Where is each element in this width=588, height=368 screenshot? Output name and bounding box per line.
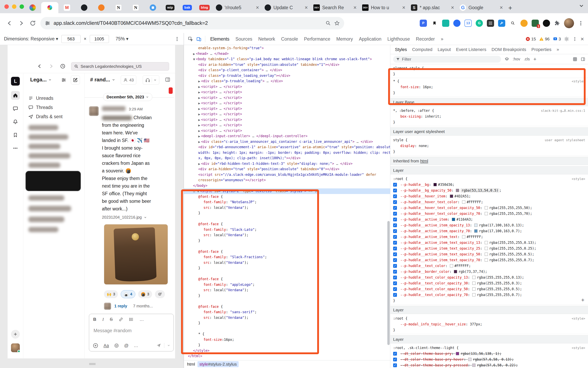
color-swatch[interactable] [472,276,475,279]
elements-tree-line[interactable]: ▶ <script> … </script> [184,106,390,112]
extension-round-blue-icon[interactable] [453,20,461,27]
elements-tree-line[interactable]: ▶ <script> … </script> [184,128,390,134]
sidebar-item-unreads[interactable]: Unreads [26,94,82,102]
elements-tree-line[interactable]: … ▼ <style id="stylus-2" type="text/css"… [184,188,390,194]
url-text[interactable]: app.slack.com/client/T0440BT06MC/C044WM5… [53,20,322,26]
wrench-extension-icon[interactable] [498,20,505,27]
styles-tab-computed[interactable]: Computed [410,47,435,52]
stylesheet-source-link[interactable]: <style> [572,78,585,84]
channel-name-button[interactable]: # rand... [90,77,115,83]
property-checkbox[interactable]: ✓ [393,281,397,285]
forward-button[interactable] [16,18,26,28]
elements-tree-line[interactable]: @font-face { [184,304,390,310]
elements-tree-line[interactable]: <div class="p-client_container"> … </div… [184,67,390,73]
style-property[interactable]: ✓--p-huddle__text_color_opacity_50: rgba… [390,286,588,292]
italic-button[interactable]: I [102,317,104,322]
pinned-tab-notion-2[interactable]: N [127,2,144,13]
devtools-tab-performance[interactable]: Performance [301,33,333,45]
color-swatch[interactable] [472,282,475,285]
date-divider-pill[interactable]: December 5th, 2023 [103,93,152,101]
attachment-image[interactable] [104,224,168,285]
elements-tree-line[interactable]: src: local("Verdana"); [184,287,390,293]
property-checkbox[interactable]: ✓ [393,223,397,227]
elements-tree-line[interactable]: </body> [184,183,390,189]
tab-route5[interactable]: 'r/route5 × [213,2,262,13]
stylesheet-source-link[interactable]: <style> [572,316,585,322]
device-toolbar-menu-icon[interactable] [175,37,180,42]
extension-teal-icon[interactable] [442,20,449,27]
zoom-dropdown[interactable]: 75% ▾ [116,36,128,42]
inspect-element-icon[interactable] [186,35,195,43]
workspace-name-button[interactable]: Lega... [30,77,52,83]
pinned-tab-chat[interactable] [144,2,161,13]
stylesheet-source-link[interactable]: slack-kit-g…8.min.css:1 [541,108,585,114]
close-tab-icon[interactable]: × [256,5,259,10]
address-bar[interactable]: app.slack.com/client/T0440BT06MC/C044WM5… [40,17,344,29]
elements-tree-line[interactable]: font-family: "Slack-Lato"; [184,227,390,233]
styles-more-tabs-icon[interactable]: » [554,47,562,52]
elements-tree-line[interactable]: font-family: "appleLogo"; [184,282,390,288]
console-errors-indicator[interactable]: 15 [526,37,536,41]
property-checkbox[interactable]: ✓ [393,252,397,256]
chrome-menu-icon[interactable] [578,20,584,26]
workspace-search-bar[interactable]: Search Legalontechnologies_US [71,62,169,71]
orange-extension-icon[interactable] [520,20,528,27]
issues-indicator[interactable]: 3 [553,37,561,41]
toggle-element-state-button[interactable]: :hov [513,57,520,61]
bookmark-star-icon[interactable] [334,20,340,26]
property-checkbox[interactable]: ✓ [393,276,397,279]
thread-reply-link[interactable]: 1 reply [114,304,127,308]
message-avatar[interactable] [89,106,99,116]
pinned-tab-github[interactable] [76,2,93,13]
style-property[interactable]: ✓--dt_color-theme-base-pry-hover: rgba(5… [390,357,588,362]
property-checkbox[interactable]: ✓ [393,194,397,198]
property-checkbox[interactable]: ✓ [393,241,397,245]
close-tab-icon[interactable]: × [451,5,454,10]
elements-tree-line[interactable]: } [184,238,390,244]
devtools-tab-sources[interactable]: Sources [232,33,255,45]
color-swatch[interactable] [485,241,488,244]
property-checkbox[interactable]: ✓ [393,258,397,262]
elements-tree-line[interactable]: ▼ <body tabindex="-1" class="p-ia4_body … [184,56,390,62]
add-property-button[interactable]: + [581,297,584,303]
later-bookmark-icon[interactable] [11,131,20,139]
tab-stylus[interactable]: S * app.slac × [408,2,457,13]
elements-tree-line[interactable]: @font-face { [184,276,390,282]
style-rule-selector[interactable]: :root {<style> [390,176,588,182]
style-property[interactable]: ✓--p-huddle__active_item_opacity_70: rgb… [390,228,588,234]
property-checkbox[interactable]: ✓ [393,352,397,356]
elements-tree-line[interactable]: ▶ <script> … </script> [184,89,390,95]
extension-blue-icon[interactable]: P [420,20,427,27]
style-property[interactable]: ✓--p-huddle__bg_opacity_50: rgba(53,13,5… [390,188,588,193]
devtools-tab-network[interactable]: Network [255,33,278,45]
elements-tree-line[interactable]: ▶ <script> … </script> [184,95,390,101]
zoom-window-button[interactable] [20,4,24,9]
color-swatch[interactable] [434,183,437,186]
style-property[interactable]: ✓--p-huddle__active_item_text_opacity_70… [390,257,588,263]
elements-tree-line[interactable]: ▶ <script> … </script> [184,101,390,106]
property-checkbox[interactable]: ✓ [393,287,397,291]
device-toolbar-toggle-icon[interactable] [195,35,203,43]
pinned-tab-bak[interactable]: bak [179,2,196,13]
style-property[interactable]: ✓--p-huddle__active_item_text_opacity_50… [390,251,588,257]
property-checkbox[interactable]: ✓ [393,235,397,239]
console-warnings-indicator[interactable]: 96 [539,37,549,41]
minimize-window-button[interactable] [12,4,16,9]
devtools-tab-recorder[interactable]: Recorder [413,33,438,45]
color-swatch[interactable] [474,224,477,227]
back-button[interactable] [4,18,15,28]
styles-tab-layout[interactable]: Layout [435,47,453,52]
property-checkbox[interactable]: ✓ [393,189,397,193]
style-property[interactable]: ✓--p-huddle__active_item_opacity_13: rgb… [390,222,588,228]
elements-tree-line[interactable]: <div aria-hidden="true" style="position:… [184,166,390,172]
styles-tab-event-listeners[interactable]: Event Listeners [454,47,489,52]
style-property[interactable]: display: none; [390,143,588,149]
cascade-layers-icon[interactable] [505,57,509,61]
tab-search[interactable]: DEV Search Re × [311,2,359,13]
close-tab-icon[interactable]: × [500,5,503,10]
calendar-extension-icon[interactable]: 13 [464,20,472,27]
style-rule-selector[interactable]: * {<style> [390,78,588,84]
style-property[interactable]: ✓--dt_color-theme-base-pry-pressed: rgba… [390,362,588,368]
property-checkbox[interactable]: ✓ [393,293,397,297]
sidebar-item-drafts[interactable]: Drafts & sent [26,113,82,121]
